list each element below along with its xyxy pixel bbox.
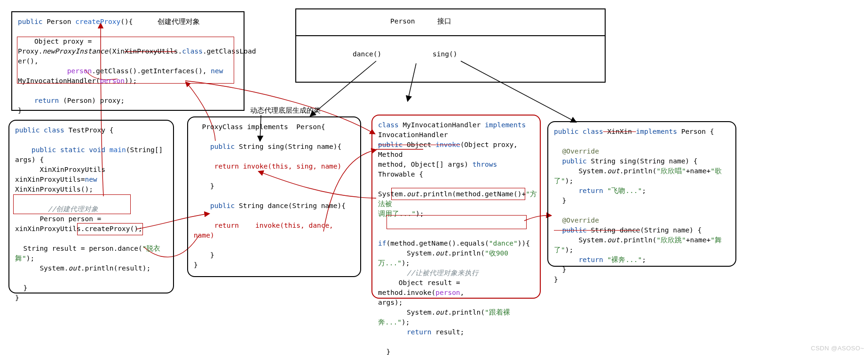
- watermark: CSDN @ASOSO~: [811, 344, 864, 353]
- interface-method-sing: sing(): [433, 49, 457, 59]
- highlight-proxy-instantiation: [17, 37, 234, 84]
- interface-method-dance: dance(): [353, 49, 381, 59]
- proxy-class-code: ProxyClass implements Person{ public Str…: [194, 122, 355, 270]
- invocation-handler-code: class MyInvocationHandler implements Inv…: [378, 120, 534, 355]
- interface-title-person: Person: [390, 17, 415, 25]
- test-proxy-code: public class TestProxy { public static v…: [15, 125, 167, 303]
- xinxin-code: public class XinXin implements Person { …: [554, 127, 730, 285]
- highlight-method-invoke: [387, 215, 527, 229]
- interface-title-jiekou: 接口: [437, 17, 451, 25]
- interface-box: Person 接口 dance() sing(): [295, 8, 606, 83]
- highlight-create-proxy-call: [13, 194, 131, 214]
- proxy-class-box: ProxyClass implements Person{ public Str…: [187, 116, 361, 277]
- xinxin-box: public class XinXin implements Person { …: [547, 121, 736, 267]
- highlight-if-dance: [391, 188, 525, 200]
- highlight-person-dance-call: [77, 223, 143, 235]
- diagram-canvas: Person 接口 dance() sing() public Person c…: [0, 0, 868, 355]
- invocation-handler-box: class MyInvocationHandler implements Inv…: [371, 115, 541, 299]
- dynamic-proxy-label: 动态代理底层生成的类: [250, 106, 321, 116]
